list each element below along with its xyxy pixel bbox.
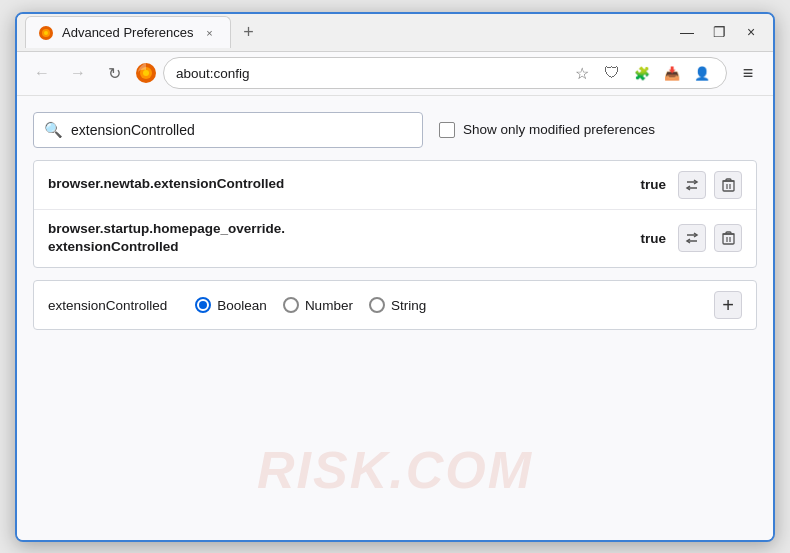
back-button[interactable]: ← xyxy=(27,58,57,88)
browser-window: Advanced Preferences × + — ❐ × ← → ↻ abo… xyxy=(15,12,775,542)
table-row: browser.startup.homepage_override. exten… xyxy=(34,210,756,268)
radio-boolean[interactable]: Boolean xyxy=(195,297,267,313)
pref-name-2-line1: browser.startup.homepage_override. xyxy=(48,221,285,236)
profile-icon[interactable]: 👤 xyxy=(690,61,714,85)
show-modified-label: Show only modified preferences xyxy=(463,122,655,137)
radio-number-circle[interactable] xyxy=(283,297,299,313)
radio-string[interactable]: String xyxy=(369,297,426,313)
type-radio-group: Boolean Number String xyxy=(195,297,698,313)
pref-value-2: true xyxy=(632,231,666,246)
pocket-icon[interactable]: 📥 xyxy=(660,61,684,85)
reset-button-2[interactable] xyxy=(678,224,706,252)
radio-boolean-circle[interactable] xyxy=(195,297,211,313)
search-icon: 🔍 xyxy=(44,121,63,139)
table-row: browser.newtab.extensionControlled true xyxy=(34,161,756,210)
minimize-button[interactable]: — xyxy=(673,18,701,46)
tab-close-button[interactable]: × xyxy=(202,25,218,41)
reset-button-1[interactable] xyxy=(678,171,706,199)
tab-title: Advanced Preferences xyxy=(62,25,194,40)
address-text: about:config xyxy=(176,66,250,81)
preferences-table: browser.newtab.extensionControlled true xyxy=(33,160,757,269)
new-pref-name: extensionControlled xyxy=(48,298,167,313)
pref-actions-1 xyxy=(678,171,742,199)
close-button[interactable]: × xyxy=(737,18,765,46)
title-bar: Advanced Preferences × + — ❐ × xyxy=(17,14,773,52)
pref-name-2-line2: extensionControlled xyxy=(48,239,179,254)
search-row: 🔍 extensionControlled Show only modified… xyxy=(33,112,757,148)
svg-rect-6 xyxy=(723,181,734,191)
svg-point-5 xyxy=(143,70,149,76)
bookmark-icon[interactable]: ☆ xyxy=(570,61,594,85)
add-preference-button[interactable]: + xyxy=(714,291,742,319)
active-tab[interactable]: Advanced Preferences × xyxy=(25,16,231,48)
radio-string-label: String xyxy=(391,298,426,313)
restore-button[interactable]: ❐ xyxy=(705,18,733,46)
pref-name-2: browser.startup.homepage_override. exten… xyxy=(48,220,620,258)
radio-number-label: Number xyxy=(305,298,353,313)
svg-rect-10 xyxy=(723,234,734,244)
add-preference-row: extensionControlled Boolean Number Strin… xyxy=(33,280,757,330)
radio-boolean-label: Boolean xyxy=(217,298,267,313)
shield-icon[interactable]: 🛡 xyxy=(600,61,624,85)
nav-bar: ← → ↻ about:config ☆ 🛡 🧩 📥 👤 ≡ xyxy=(17,52,773,96)
show-modified-checkbox-row[interactable]: Show only modified preferences xyxy=(439,122,655,138)
extension-icon[interactable]: 🧩 xyxy=(630,61,654,85)
address-bar-icons: ☆ 🛡 🧩 📥 👤 xyxy=(570,61,714,85)
window-controls: — ❐ × xyxy=(673,18,765,46)
delete-button-2[interactable] xyxy=(714,224,742,252)
address-bar[interactable]: about:config ☆ 🛡 🧩 📥 👤 xyxy=(163,57,727,89)
delete-button-1[interactable] xyxy=(714,171,742,199)
search-box[interactable]: 🔍 extensionControlled xyxy=(33,112,423,148)
forward-button[interactable]: → xyxy=(63,58,93,88)
browser-logo xyxy=(135,62,157,84)
show-modified-checkbox[interactable] xyxy=(439,122,455,138)
new-tab-button[interactable]: + xyxy=(235,18,263,46)
refresh-button[interactable]: ↻ xyxy=(99,58,129,88)
pref-name-1: browser.newtab.extensionControlled xyxy=(48,175,620,194)
pref-value-1: true xyxy=(632,177,666,192)
content-area: RISK.COM 🔍 extensionControlled Show only… xyxy=(17,96,773,540)
watermark: RISK.COM xyxy=(257,440,533,500)
tab-favicon xyxy=(38,25,54,41)
radio-string-circle[interactable] xyxy=(369,297,385,313)
svg-point-2 xyxy=(44,31,48,35)
menu-button[interactable]: ≡ xyxy=(733,58,763,88)
search-input[interactable]: extensionControlled xyxy=(71,122,195,138)
radio-number[interactable]: Number xyxy=(283,297,353,313)
pref-actions-2 xyxy=(678,224,742,252)
